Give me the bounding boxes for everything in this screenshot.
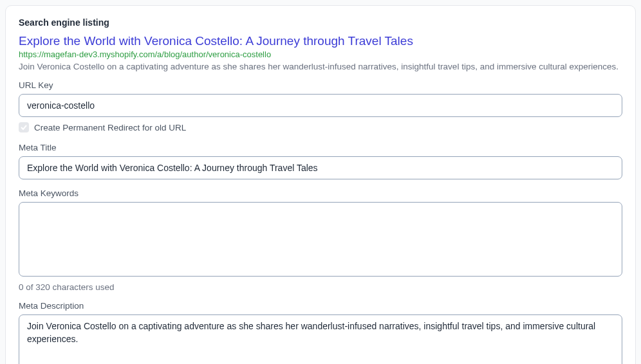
- serp-preview-description: Join Veronica Costello on a captivating …: [19, 62, 622, 71]
- url-key-label: URL Key: [19, 80, 622, 90]
- meta-title-label: Meta Title: [19, 143, 622, 152]
- meta-description-group: Meta Description 158 of 320 characters u…: [19, 301, 622, 364]
- serp-preview-title: Explore the World with Veronica Costello…: [19, 34, 622, 48]
- card-title: Search engine listing: [19, 17, 622, 28]
- meta-description-textarea[interactable]: [19, 314, 622, 364]
- meta-title-group: Meta Title: [19, 143, 622, 179]
- meta-title-input[interactable]: [19, 156, 622, 179]
- meta-keywords-textarea[interactable]: [19, 202, 622, 277]
- seo-card: Search engine listing Explore the World …: [5, 5, 636, 364]
- redirect-checkbox-row[interactable]: Create Permanent Redirect for old URL: [19, 122, 622, 132]
- meta-keywords-group: Meta Keywords 0 of 320 characters used: [19, 188, 622, 292]
- url-key-group: URL Key Create Permanent Redirect for ol…: [19, 80, 622, 132]
- meta-keywords-helper: 0 of 320 characters used: [19, 282, 622, 292]
- redirect-checkbox-label: Create Permanent Redirect for old URL: [34, 123, 186, 132]
- meta-description-label: Meta Description: [19, 301, 622, 311]
- meta-keywords-label: Meta Keywords: [19, 188, 622, 198]
- redirect-checkbox[interactable]: [19, 122, 29, 132]
- serp-preview-url: https://magefan-dev3.myshopify.com/a/blo…: [19, 50, 622, 59]
- url-key-input[interactable]: [19, 94, 622, 117]
- check-icon: [21, 124, 27, 131]
